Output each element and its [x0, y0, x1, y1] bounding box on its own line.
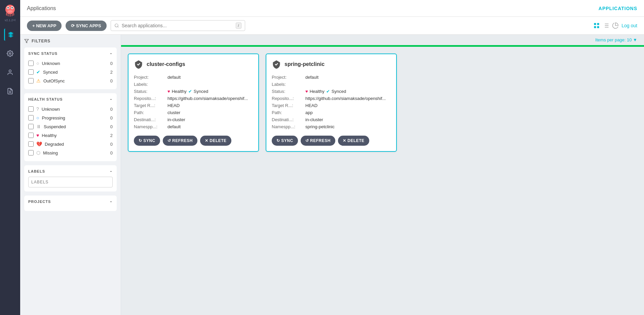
health-unknown-label: Unknown	[42, 107, 108, 112]
sync-status-text-2: Synced	[332, 89, 346, 94]
svg-point-6	[9, 53, 11, 55]
ns-value-1: default	[167, 124, 253, 129]
card-row-labels-1: Labels:	[134, 81, 253, 88]
status-label-2: Status:	[272, 89, 305, 94]
card-row-project-1: Project: default	[134, 74, 253, 81]
health-healthy-label: Healthy	[42, 133, 107, 138]
sync-button-2[interactable]: ↻ SYNC	[272, 136, 298, 146]
synced-icon: ✔	[36, 69, 40, 75]
sidebar: v2.1.2+l	[0, 0, 20, 315]
sync-outofsynced-checkbox[interactable]	[28, 78, 34, 83]
grid-view-button[interactable]	[593, 22, 600, 29]
top-header: Applications APPLICATIONS	[20, 0, 644, 17]
svg-point-4	[11, 7, 13, 8]
refresh-button-2[interactable]: ↺ REFRESH	[301, 136, 335, 146]
ns-label-2: Namespp...:	[272, 124, 305, 129]
health-status-section: HEALTH STATUS ? Unknown 0 ○ Progressing …	[24, 93, 117, 161]
sync-filter-unknown: ○ Unknown 0	[28, 59, 113, 68]
degraded-icon: 💔	[36, 141, 42, 147]
path-label-2: Path:	[272, 110, 305, 115]
card-actions-1: ↻ SYNC ↺ REFRESH ✕ DELETE	[134, 136, 253, 146]
card-row-dest-1: Destinati...: in-cluster	[134, 116, 253, 123]
delete-button-2[interactable]: ✕ DELETE	[338, 136, 369, 146]
health-progressing-label: Progressing	[42, 115, 107, 120]
search-shortcut: /	[236, 23, 241, 29]
sidebar-item-settings[interactable]	[4, 47, 16, 60]
app-name-2: spring-petclinic	[285, 61, 325, 67]
sync-synced-checkbox[interactable]	[28, 69, 34, 75]
card-row-status-1: Status: ♥ Healthy ✔ Synced	[134, 88, 253, 95]
health-status-collapse-icon[interactable]	[109, 98, 113, 101]
card-row-target-2: Target R...: HEAD	[272, 102, 391, 109]
refresh-button-1[interactable]: ↺ REFRESH	[163, 136, 197, 146]
health-missing-checkbox[interactable]	[28, 150, 34, 155]
suspended-icon: ⏸	[36, 124, 41, 129]
logout-button[interactable]: Log out	[621, 23, 637, 28]
search-box: /	[111, 20, 245, 31]
list-view-button[interactable]	[603, 22, 609, 29]
path-value-2: app	[305, 110, 391, 115]
sidebar-item-docs[interactable]	[4, 85, 16, 97]
projects-collapse-icon[interactable]	[109, 200, 113, 203]
missing-icon: ⬡	[36, 150, 40, 155]
health-status-text-1: Healthy	[172, 89, 187, 94]
health-progressing-checkbox[interactable]	[28, 115, 34, 120]
card-header-2: spring-petclinic	[272, 60, 391, 69]
app-card-spring-petclinic: spring-petclinic Project: default Labels…	[266, 54, 397, 152]
path-value-1: cluster	[167, 110, 253, 115]
new-app-button[interactable]: + NEW APP	[27, 21, 62, 31]
app-logo	[3, 3, 17, 17]
progressing-icon: ○	[36, 115, 39, 120]
sync-button-1[interactable]: ↻ SYNC	[134, 136, 160, 146]
svg-point-5	[7, 10, 13, 13]
sidebar-item-user[interactable]	[4, 66, 16, 78]
health-status-title: HEALTH STATUS	[28, 97, 63, 101]
health-unknown-checkbox[interactable]	[28, 106, 34, 112]
labels-input[interactable]	[28, 177, 113, 187]
dest-value-2: in-cluster	[305, 117, 391, 122]
health-degraded-label: Degraded	[45, 142, 108, 147]
card-row-repo-2: Reposito...: https://github.com/siamaksa…	[272, 95, 391, 102]
page-title: Applications	[27, 5, 593, 11]
status-label-1: Status:	[134, 89, 167, 94]
filter-title: FILTERS	[32, 39, 50, 43]
card-row-status-2: Status: ♥ Healthy ✔ Synced	[272, 88, 391, 95]
labels-collapse-icon[interactable]	[109, 170, 113, 173]
chart-view-button[interactable]	[612, 22, 619, 29]
svg-rect-12	[594, 23, 596, 25]
sidebar-item-layers[interactable]	[4, 29, 16, 41]
sync-status-collapse-icon[interactable]	[109, 52, 113, 55]
delete-button-1[interactable]: ✕ DELETE	[200, 136, 231, 146]
sync-status-title: SYNC STATUS	[28, 51, 58, 56]
health-healthy-status-icon: ♥	[167, 89, 170, 94]
sync-unknown-count: 0	[110, 61, 113, 66]
health-healthy-count: 2	[110, 133, 113, 138]
dest-value-1: in-cluster	[167, 117, 253, 122]
search-input[interactable]	[122, 23, 233, 28]
repo-label-2: Reposito...:	[272, 96, 305, 101]
sync-apps-button[interactable]: ⟳ SYNC APPS	[66, 21, 106, 31]
health-degraded-checkbox[interactable]	[28, 141, 34, 147]
items-per-page-label[interactable]: Items per page: 10 ▼	[595, 37, 637, 42]
health-healthy-checkbox[interactable]	[28, 133, 34, 138]
health-suspended-checkbox[interactable]	[28, 124, 34, 129]
filter-panel: FILTERS SYNC STATUS ○ Unknown 0	[20, 35, 121, 315]
svg-point-10	[115, 24, 118, 27]
filter-header: FILTERS	[24, 39, 117, 43]
view-icons: Log out	[593, 22, 637, 29]
app-card-cluster-configs: cluster-configs Project: default Labels:…	[128, 54, 259, 152]
projects-section: PROJECTS	[24, 196, 117, 211]
ns-value-2: spring-petclinic	[305, 124, 391, 129]
sync-unknown-checkbox[interactable]	[28, 61, 34, 66]
labels-section: LABELS	[24, 165, 117, 191]
version-label: v2.1.2+l	[5, 19, 15, 22]
dest-label-2: Destinati...:	[272, 117, 305, 122]
target-label-1: Target R...:	[134, 103, 167, 108]
target-value-1: HEAD	[167, 103, 253, 108]
breadcrumb: APPLICATIONS	[599, 6, 637, 11]
sync-synced-count: 2	[110, 70, 113, 75]
health-progressing-count: 0	[110, 115, 113, 120]
sync-synced-label: Synced	[43, 70, 108, 75]
card-actions-2: ↻ SYNC ↺ REFRESH ✕ DELETE	[272, 136, 391, 146]
project-label-1: Project:	[134, 75, 167, 80]
